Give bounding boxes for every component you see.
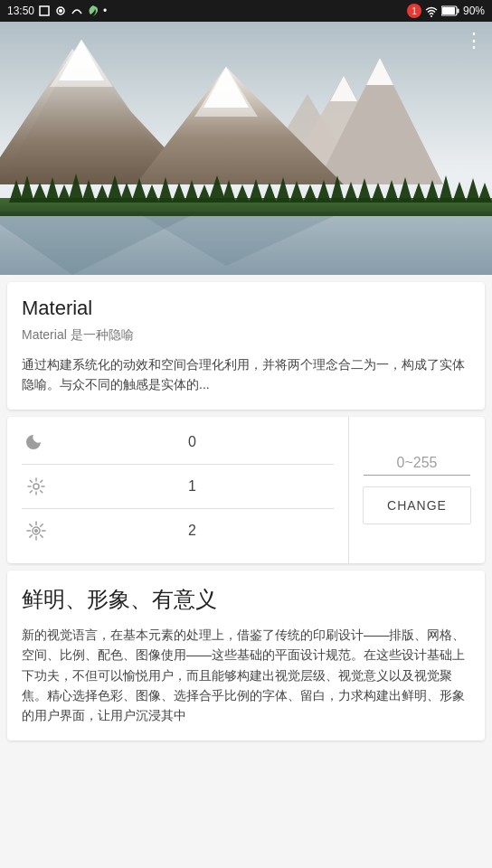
svg-point-63: [34, 529, 38, 533]
arc-icon: [71, 5, 83, 17]
right-panel: 0~255 CHANGE: [349, 417, 485, 563]
dot-indicator: •: [103, 5, 107, 17]
time: 13:50: [7, 5, 34, 17]
leaf-icon: [87, 5, 99, 17]
camera-icon: [54, 5, 67, 17]
gear-large-icon: [25, 520, 47, 542]
hero-image: ⋮: [0, 22, 492, 275]
controls-section: 0 1 2 0~255 CHAN: [7, 417, 485, 563]
range-display: 0~255: [364, 455, 470, 476]
slider-value-2: 1: [51, 475, 334, 498]
sliders-panel: 0 1 2: [7, 417, 349, 563]
material-section: Material Material 是一种隐喻 通过构建系统化的动效和空间合理化…: [7, 282, 485, 410]
slider-row-3: 2: [22, 516, 334, 552]
wifi-icon: [425, 5, 438, 17]
notification-badge: 1: [407, 4, 421, 18]
vivid-section: 鲜明、形象、有意义 新的视觉语言，在基本元素的处理上，借鉴了传统的印刷设计——排…: [7, 571, 485, 741]
material-title: Material: [22, 297, 470, 320]
hero-menu-button[interactable]: ⋮: [464, 29, 485, 52]
status-bar: 13:50 • 1 90%: [0, 0, 492, 22]
slider-row-2: 1: [22, 472, 334, 509]
moon-icon: [26, 432, 46, 452]
battery-icon: [441, 5, 459, 16]
change-button[interactable]: CHANGE: [363, 486, 471, 524]
mountain-scene-svg: [0, 22, 492, 275]
slider-value-3: 2: [51, 519, 334, 542]
svg-rect-0: [40, 6, 49, 15]
vivid-body: 新的视觉语言，在基本元素的处理上，借鉴了传统的印刷设计——排版、网格、空间、比例…: [22, 625, 470, 726]
svg-rect-5: [457, 9, 459, 14]
battery-percent: 90%: [463, 5, 485, 17]
status-left: 13:50 •: [7, 5, 107, 17]
vivid-title: 鲜明、形象、有意义: [22, 585, 470, 614]
gear-small-icon-container: [22, 472, 51, 501]
gear-large-icon-container: [22, 516, 51, 545]
status-right: 1 90%: [407, 4, 485, 18]
svg-point-3: [430, 15, 432, 17]
material-subtitle: Material 是一种隐喻: [22, 327, 470, 344]
gear-small-icon: [26, 476, 46, 496]
svg-point-61: [33, 484, 39, 489]
slider-value-1: 0: [51, 430, 334, 454]
square-icon: [38, 5, 51, 17]
svg-rect-6: [442, 7, 455, 14]
material-body: 通过构建系统化的动效和空间合理化利用，并将两个理念合二为一，构成了实体隐喻。与众…: [22, 354, 470, 395]
svg-point-2: [59, 9, 62, 13]
moon-icon-container: [22, 428, 51, 457]
slider-row-1: 0: [22, 428, 334, 465]
